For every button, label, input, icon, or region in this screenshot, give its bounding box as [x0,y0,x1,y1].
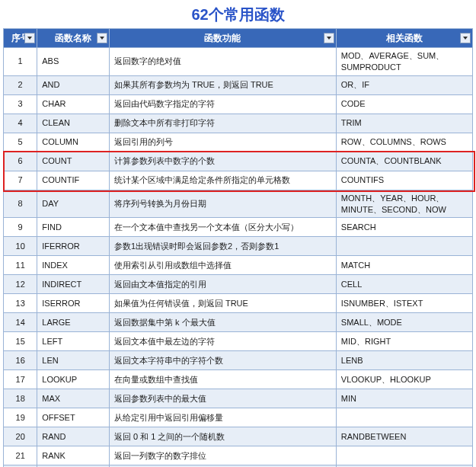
table-row: 13ISERROR如果值为任何错误值，则返回 TRUEISNUMBER、ISTE… [4,294,473,313]
cell-related: MOD、AVERAGE、SUM、SUMPRODUCT [336,48,472,76]
cell-function: 使用索引从引用或数组中选择值 [109,256,336,275]
cell-related: MIN [336,389,472,408]
table-row: 11INDEX使用索引从引用或数组中选择值MATCH [4,256,473,275]
table-row: 6COUNT计算参数列表中数字的个数COUNTA、COUNTBLANK [4,152,473,171]
cell-function: 返回 0 和 1 之间的一个随机数 [109,427,336,446]
cell-index: 9 [4,218,37,237]
cell-related: CODE [336,94,472,114]
table-row: 7COUNTIF统计某个区域中满足给定条件所指定的单元格数COUNTIFS [4,171,473,190]
col-header-related[interactable]: 相关函数 [336,29,472,48]
cell-index: 21 [4,446,37,465]
cell-index: 1 [4,48,37,76]
cell-related: TRIM [336,114,472,133]
cell-related: RANDBETWEEN [336,427,472,446]
cell-name: IFERROR [37,237,110,256]
cell-function: 返回数据集中第 k 个最大值 [109,313,336,332]
col-header-name[interactable]: 函数名称 [37,29,110,48]
table-row: 1ABS返回数字的绝对值MOD、AVERAGE、SUM、SUMPRODUCT [4,48,473,76]
cell-related [336,446,472,465]
table-row: 5COLUMN返回引用的列号ROW、COLUMNS、ROWS [4,133,473,152]
filter-dropdown-icon[interactable] [24,33,35,43]
cell-index: 17 [4,370,37,389]
cell-function: 计算参数列表中数字的个数 [109,152,336,171]
cell-function: 返回文本值中最左边的字符 [109,332,336,351]
table-row: 14LARGE返回数据集中第 k 个最大值SMALL、MODE [4,313,473,332]
cell-index: 16 [4,351,37,370]
cell-related: LENB [336,351,472,370]
table-row: 16LEN返回文本字符串中的字符个数LENB [4,351,473,370]
cell-function: 返回一列数字的数字排位 [109,446,336,465]
table-row: 2AND如果其所有参数均为 TRUE，则返回 TRUEOR、IF [4,75,473,94]
cell-function: 将序列号转换为月份日期 [109,190,336,218]
cell-related: CELL [336,275,472,294]
filter-dropdown-icon[interactable] [324,33,334,43]
cell-index: 13 [4,294,37,313]
cell-index: 10 [4,237,37,256]
page-title: 62个常用函数 [3,3,473,28]
cell-name: ABS [37,48,110,76]
cell-function: 返回参数列表中的最大值 [109,389,336,408]
cell-function: 从给定引用中返回引用偏移量 [109,408,336,427]
cell-function: 在向量或数组中查找值 [109,370,336,389]
cell-name: RAND [37,427,110,446]
cell-function: 返回引用的列号 [109,133,336,152]
cell-related: ISNUMBER、ISTEXT [336,294,472,313]
cell-related: MATCH [336,256,472,275]
filter-dropdown-icon[interactable] [460,33,471,43]
table-row: 12INDIRECT返回由文本值指定的引用CELL [4,275,473,294]
cell-index: 7 [4,171,37,190]
cell-index: 18 [4,389,37,408]
table-row: 19OFFSET从给定引用中返回引用偏移量 [4,408,473,427]
cell-function: 返回由文本值指定的引用 [109,275,336,294]
col-header-name-label: 函数名称 [55,33,91,43]
col-header-function-label: 函数功能 [204,33,241,43]
cell-name: CLEAN [37,114,110,133]
cell-related: SEARCH [336,218,472,237]
cell-name: ISERROR [37,294,110,313]
table-header-row: 序号 函数名称 函数功能 相关函数 [4,29,473,48]
table-row: 10IFERROR参数1出现错误时即会返回参数2，否则参数1 [4,237,473,256]
table-row: 18MAX返回参数列表中的最大值MIN [4,389,473,408]
col-header-function[interactable]: 函数功能 [109,29,336,48]
cell-name: LOOKUP [37,370,110,389]
cell-related: COUNTA、COUNTBLANK [336,152,472,171]
cell-name: OFFSET [37,408,110,427]
cell-function: 在一个文本值中查找另一个文本值（区分大小写） [109,218,336,237]
table-wrap: 序号 函数名称 函数功能 相关函数 1ABS返回数字的绝对值MOD、AVERAG… [3,28,473,467]
cell-name: COLUMN [37,133,110,152]
cell-index: 2 [4,75,37,94]
cell-function: 如果其所有参数均为 TRUE，则返回 TRUE [109,75,336,94]
cell-name: LARGE [37,313,110,332]
cell-function: 返回文本字符串中的字符个数 [109,351,336,370]
cell-related: OR、IF [336,75,472,94]
cell-index: 8 [4,190,37,218]
cell-index: 6 [4,152,37,171]
cell-related: VLOOKUP、HLOOKUP [336,370,472,389]
table-row: 21RANK返回一列数字的数字排位 [4,446,473,465]
table-row: 4CLEAN删除文本中所有非打印字符TRIM [4,114,473,133]
cell-index: 15 [4,332,37,351]
cell-function: 如果值为任何错误值，则返回 TRUE [109,294,336,313]
cell-index: 12 [4,275,37,294]
cell-name: AND [37,75,110,94]
cell-name: INDIRECT [37,275,110,294]
cell-index: 3 [4,94,37,114]
table-row: 15LEFT返回文本值中最左边的字符MID、RIGHT [4,332,473,351]
filter-dropdown-icon[interactable] [97,33,107,43]
cell-name: RANK [37,446,110,465]
cell-name: LEFT [37,332,110,351]
cell-index: 20 [4,427,37,446]
cell-related: MONTH、YEAR、HOUR、MINUTE、SECOND、NOW [336,190,472,218]
table-row: 17LOOKUP在向量或数组中查找值VLOOKUP、HLOOKUP [4,370,473,389]
cell-function: 返回由代码数字指定的字符 [109,94,336,114]
cell-name: COUNT [37,152,110,171]
cell-name: FIND [37,218,110,237]
cell-name: DAY [37,190,110,218]
cell-index: 14 [4,313,37,332]
col-header-index[interactable]: 序号 [4,29,37,48]
cell-related [336,408,472,427]
table-row: 8DAY将序列号转换为月份日期MONTH、YEAR、HOUR、MINUTE、SE… [4,190,473,218]
cell-index: 4 [4,114,37,133]
cell-name: INDEX [37,256,110,275]
cell-name: COUNTIF [37,171,110,190]
